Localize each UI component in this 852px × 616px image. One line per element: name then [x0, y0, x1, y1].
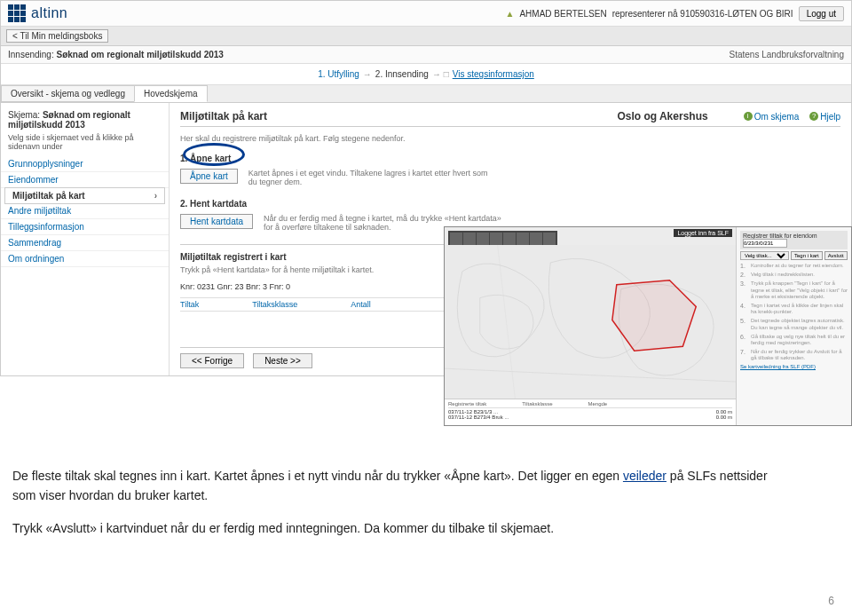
- submission-label: Innsending:: [8, 50, 54, 59]
- map-tool-icon[interactable]: [530, 233, 542, 245]
- intro-text: Her skal du registrere miljøtiltak på ka…: [180, 134, 840, 143]
- info-icon: i: [744, 112, 753, 121]
- logout-button[interactable]: Logg ut: [799, 6, 844, 21]
- col-tiltaksklasse: Tiltaksklasse: [252, 300, 297, 309]
- step1-desc: Kartet åpnes i et eget vindu. Tiltakene …: [248, 169, 497, 186]
- user-represents: representerer nå 910590316-LØTEN OG BIRI: [612, 9, 793, 19]
- sidebar-item-andre-miljotiltak[interactable]: Andre miljøtiltak: [1, 203, 169, 219]
- user-name: AHMAD BERTELSEN: [519, 9, 606, 19]
- agency-name: Statens Landbruksforvaltning: [729, 50, 844, 59]
- bottom-row: 037/11-12 B273/4 Bruk ...: [448, 415, 509, 420]
- side-pdf-link[interactable]: Se kartveiledning fra SLF (PDF): [740, 364, 848, 369]
- brand-logo: altinn: [8, 4, 67, 22]
- sidebar: Skjema: Søknad om regionalt miljøtilskud…: [1, 103, 170, 375]
- back-bar: < Til Min meldingsboks: [1, 27, 851, 46]
- map-tool-icon[interactable]: [450, 233, 462, 245]
- velg-tiltak-select[interactable]: Velg tiltak...: [740, 251, 789, 260]
- tab-main-form[interactable]: Hovedskjema: [134, 85, 208, 102]
- svg-rect-0: [445, 245, 736, 399]
- prev-button[interactable]: << Forrige: [180, 353, 244, 368]
- sidebar-hint: Velg side i skjemaet ved å klikke på sid…: [1, 133, 169, 156]
- veileder-link[interactable]: veileder: [623, 469, 667, 483]
- caption-text: De fleste tiltak skal tegnes inn i kart.…: [12, 466, 776, 538]
- top-bar: altinn ▲ AHMAD BERTELSEN representerer n…: [1, 1, 851, 27]
- side-step-5: Det tegnede objektet lagres automatisk. …: [751, 318, 848, 330]
- back-link[interactable]: < Til Min meldingsboks: [6, 29, 108, 43]
- map-canvas[interactable]: Logget inn fra SLF Registrerte tiltak Ti…: [445, 227, 736, 425]
- bottom-val: 0.00 m: [716, 415, 732, 420]
- map-tool-icon[interactable]: [543, 233, 556, 245]
- side-step-6: Gå tilbake og velg nye tiltak helt til d…: [751, 334, 848, 346]
- sidebar-item-eiendommer[interactable]: Eiendommer: [1, 172, 169, 188]
- brand-name: altinn: [31, 5, 67, 21]
- map-window: Logget inn fra SLF Registrerte tiltak Ti…: [444, 226, 852, 426]
- sidebar-item-miljotiltak-kart[interactable]: Miljøtiltak på kart›: [4, 187, 165, 204]
- side-step-7: Når du er ferdig trykker du Avslutt for …: [751, 349, 848, 361]
- map-terrain: [445, 245, 736, 399]
- eiendom-input[interactable]: [743, 239, 787, 248]
- col-antall: Antall: [351, 300, 371, 309]
- help-link[interactable]: ?Hjelp: [809, 112, 840, 122]
- tabs: Oversikt - skjema og vedlegg Hovedskjema: [1, 85, 851, 103]
- submission-title: Søknad om regionalt miljøtilskudd 2013: [57, 50, 224, 59]
- step-info-link[interactable]: Vis stegsinformasjon: [453, 69, 534, 79]
- open-map-button[interactable]: Åpne kart: [180, 169, 238, 184]
- submission-bar: Innsending: Søknad om regionalt miljøtil…: [1, 46, 851, 64]
- map-side-panel: Registrer tiltak for eiendom Velg tiltak…: [736, 227, 851, 425]
- steps-bar: 1. Utfylling → 2. Innsending → □ Vis ste…: [1, 64, 851, 85]
- map-login-badge: Logget inn fra SLF: [674, 229, 732, 237]
- step-sep-icon: →: [363, 69, 372, 79]
- side-step-4: Tegn i kartet ved å klikke der linjen sk…: [751, 303, 848, 315]
- sidebar-item-grunnopplysninger[interactable]: Grunnopplysninger: [1, 156, 169, 172]
- step1-title: 1. Åpne kart: [180, 154, 840, 163]
- panel-title: Registrer tiltak for eiendom: [743, 233, 817, 239]
- tab-overview[interactable]: Oversikt - skjema og vedlegg: [1, 85, 135, 102]
- sidebar-item-om-ordningen[interactable]: Om ordningen: [1, 251, 169, 267]
- step-2[interactable]: 2. Innsending: [375, 69, 429, 79]
- region-label: Oslo og Akershus: [617, 110, 707, 122]
- map-tool-icon[interactable]: [517, 233, 529, 245]
- next-button[interactable]: Neste >>: [253, 353, 312, 368]
- step2-title: 2. Hent kartdata: [180, 199, 840, 209]
- help-icon: ?: [809, 112, 818, 121]
- page-number: 6: [828, 595, 834, 607]
- schema-label: Skjema:: [8, 110, 40, 120]
- page-title: Miljøtiltak på kart: [180, 110, 617, 122]
- map-tool-icon[interactable]: [463, 233, 476, 245]
- map-bottom-panel: Registrerte tiltak Tiltaksklasse Mengde …: [445, 399, 736, 425]
- map-tool-icon[interactable]: [477, 233, 489, 245]
- chevron-right-icon: ›: [154, 191, 157, 201]
- user-icon: ▲: [506, 9, 515, 19]
- bottom-tab-klasse[interactable]: Tiltaksklasse: [522, 401, 552, 407]
- step-1[interactable]: 1. Utfylling: [318, 69, 359, 79]
- fetch-mapdata-button[interactable]: Hent kartdata: [180, 214, 253, 229]
- avslutt-button[interactable]: Avslutt: [824, 251, 848, 260]
- map-tool-icon[interactable]: [490, 233, 502, 245]
- sidebar-item-tilleggsinformasjon[interactable]: Tilleggsinformasjon: [1, 219, 169, 235]
- bottom-tab-mengde[interactable]: Mengde: [588, 401, 607, 407]
- step-end-icon: → □: [432, 69, 449, 79]
- side-step-1: Kontroller at du tegner for rett eiendom…: [751, 263, 848, 269]
- about-schema-link[interactable]: iOm skjema: [744, 112, 800, 122]
- col-tiltak: Tiltak: [180, 300, 199, 309]
- map-tool-icon[interactable]: [503, 233, 516, 245]
- side-step-2: Velg tiltak i nedtrekkslisten.: [751, 272, 848, 278]
- bottom-tab-tiltak[interactable]: Registrerte tiltak: [448, 401, 486, 407]
- side-step-3: Trykk på knappen "Tegn i kart" for å teg…: [751, 280, 848, 300]
- sidebar-item-sammendrag[interactable]: Sammendrag: [1, 235, 169, 251]
- tegn-i-kart-button[interactable]: Tegn i kart: [791, 251, 823, 260]
